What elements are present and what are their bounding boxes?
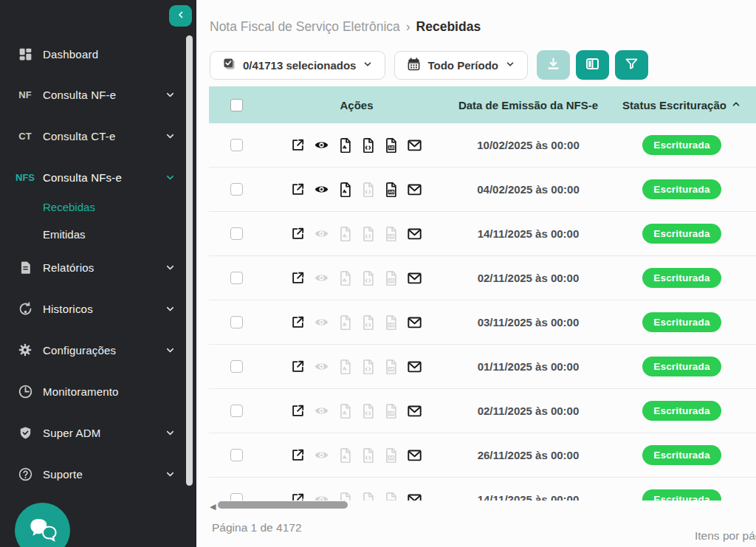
mail-icon[interactable] [407,271,422,285]
period-dropdown-button[interactable]: Todo Período [394,51,528,80]
sidebar-item-consulta-nfse[interactable]: NFS Consulta NFs-e [0,165,185,189]
shield-check-icon [16,425,35,441]
mail-icon[interactable] [407,492,422,500]
horizontal-scrollbar[interactable] [218,501,348,509]
view-eye-icon[interactable] [314,226,329,241]
file-ab-icon[interactable]: AB [384,314,398,330]
mail-icon[interactable] [407,138,422,152]
view-eye-icon[interactable] [314,182,329,197]
row-checkbox[interactable] [230,449,243,461]
file-ab-icon[interactable]: AB [384,226,398,241]
mail-icon[interactable] [407,404,422,418]
columns-button[interactable] [576,50,609,80]
selection-dropdown-button[interactable]: 0/41713 selecionados [210,51,385,80]
view-eye-icon[interactable] [314,359,329,374]
scroll-left-arrow-icon[interactable]: ◀ [210,502,216,512]
view-eye-icon[interactable] [314,403,329,419]
file-pdf-icon[interactable] [338,447,352,463]
file-xml-icon[interactable] [361,492,375,500]
file-pdf-icon[interactable] [338,270,352,286]
row-checkbox[interactable] [230,493,243,500]
row-checkbox[interactable] [230,316,243,328]
mail-icon[interactable] [407,315,422,329]
file-pdf-icon[interactable] [338,182,352,197]
sidebar-subitem-emitidas[interactable]: Emitidas [43,224,86,244]
row-checkbox[interactable] [230,139,243,151]
file-xml-icon[interactable] [361,226,375,241]
sidebar-item-consulta-nfe[interactable]: NF Consulta NF-e [0,83,185,106]
filter-button[interactable] [615,50,648,80]
file-xml-icon[interactable] [361,270,375,286]
mail-icon[interactable] [407,359,422,374]
file-pdf-icon[interactable] [338,492,352,500]
view-eye-icon[interactable] [314,492,329,500]
sidebar-item-consulta-cte[interactable]: CT Consulta CT-e [0,124,185,148]
sidebar-scrollbar[interactable] [186,35,193,486]
svg-text:AB: AB [388,323,394,327]
sidebar-item-suporte[interactable]: Suporte [0,462,185,486]
sidebar-collapse-button[interactable] [169,5,192,27]
view-eye-icon[interactable] [314,314,329,330]
chat-fab-button[interactable] [15,503,70,547]
external-link-icon[interactable] [291,404,305,418]
file-xml-icon[interactable] [361,137,375,153]
file-ab-icon[interactable]: AB [384,403,398,419]
external-link-icon[interactable] [291,271,305,285]
chevron-down-icon [505,59,515,72]
view-eye-icon[interactable] [314,137,329,153]
sidebar-item-dashboard[interactable]: Dashboard [0,42,185,66]
external-link-icon[interactable] [291,182,305,196]
emission-date: 03/11/2025 às 00:00 [478,316,580,328]
file-pdf-icon[interactable] [338,137,352,153]
row-checkbox[interactable] [230,227,243,240]
sidebar-item-relatorios[interactable]: Relatórios [0,255,185,279]
sidebar-subitem-label: Emitidas [43,228,86,241]
file-xml-icon[interactable] [361,447,375,463]
file-pdf-icon[interactable] [338,314,352,330]
download-button[interactable] [537,50,570,80]
file-ab-icon[interactable]: AB [384,492,398,500]
select-all-checkbox[interactable] [230,99,243,111]
sidebar-item-historicos[interactable]: Historicos [0,297,185,320]
header-status-escrituracao[interactable]: Status Escrituração [608,99,756,111]
header-data-emissao[interactable]: Data de Emissão da NFS-e [449,99,608,111]
emission-date: 02/11/2025 às 00:00 [478,405,580,417]
file-ab-icon[interactable]: AB [384,182,398,197]
row-checkbox[interactable] [230,183,243,196]
sidebar-subitem-label: Recebidas [43,201,95,213]
file-xml-icon[interactable] [361,182,375,197]
mail-icon[interactable] [407,448,422,462]
sidebar-subitem-recebidas[interactable]: Recebidas [43,197,95,216]
file-ab-icon[interactable]: AB [384,137,398,153]
table-body: AB 10/02/2025 às 00:00 Escriturada [209,123,756,500]
row-checkbox[interactable] [230,360,243,373]
table-row: AB 14/11/2025 às 00:00 Escriturada [209,212,756,256]
emission-date: 10/02/2025 às 00:00 [477,139,579,151]
sidebar-item-monitoramento[interactable]: Monitoramento [0,379,185,403]
mail-icon[interactable] [407,182,422,196]
external-link-icon[interactable] [291,359,305,374]
file-ab-icon[interactable]: AB [384,447,398,463]
row-checkbox[interactable] [230,272,243,284]
file-pdf-icon[interactable] [338,403,352,419]
external-link-icon[interactable] [291,492,305,500]
external-link-icon[interactable] [291,138,305,152]
external-link-icon[interactable] [291,448,305,462]
file-pdf-icon[interactable] [338,359,352,374]
sidebar-item-super-adm[interactable]: Super ADM [0,421,185,444]
external-link-icon[interactable] [291,227,305,241]
external-link-icon[interactable] [291,315,305,329]
breadcrumb-current: Recebidas [416,19,481,35]
file-xml-icon[interactable] [361,403,375,419]
sidebar-item-configuracoes[interactable]: Configurações [0,338,185,362]
history-icon [16,301,35,317]
file-ab-icon[interactable]: AB [384,359,398,374]
file-xml-icon[interactable] [361,314,375,330]
view-eye-icon[interactable] [314,270,329,286]
file-xml-icon[interactable] [361,359,375,374]
row-checkbox[interactable] [230,405,243,417]
file-ab-icon[interactable]: AB [384,270,398,286]
mail-icon[interactable] [407,227,422,241]
view-eye-icon[interactable] [314,447,329,463]
file-pdf-icon[interactable] [338,226,352,241]
